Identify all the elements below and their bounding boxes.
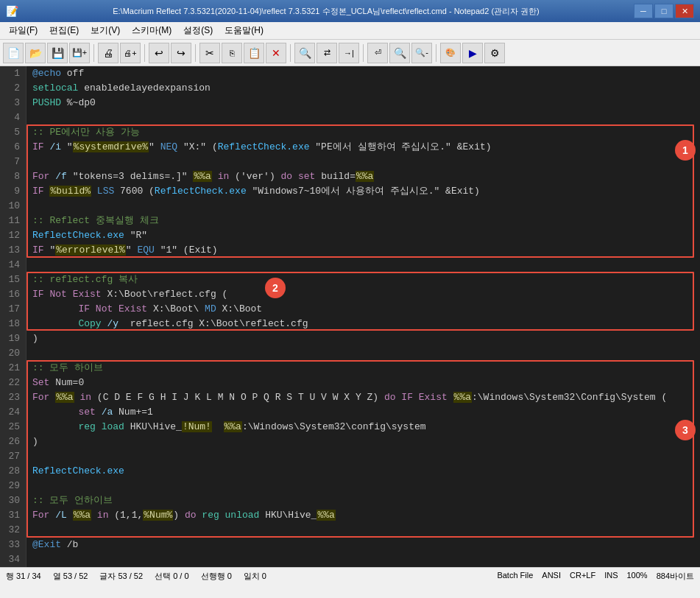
- status-line-ending: CR+LF: [570, 571, 595, 582]
- close-button[interactable]: ✕: [675, 4, 694, 18]
- separator-5: [363, 44, 364, 62]
- code-line: @echo off: [32, 66, 694, 81]
- settings-button2[interactable]: ⚙: [484, 43, 505, 63]
- undo-button[interactable]: ↩: [149, 43, 169, 63]
- status-right: Batch File ANSI CR+LF INS 100% 884바이트: [497, 571, 694, 582]
- menu-edit[interactable]: 편집(E): [43, 22, 85, 39]
- status-zoom: 100%: [627, 571, 648, 582]
- line-number: 1: [6, 66, 20, 81]
- line-number: 9: [6, 184, 20, 199]
- code-line: :: PE에서만 사용 가능: [32, 125, 694, 140]
- status-char: 글자 53 / 52: [99, 571, 143, 582]
- menu-settings[interactable]: 설정(S): [177, 22, 219, 39]
- code-line: reg load HKU\Hive_!Num! %%a:\Windows\Sys…: [32, 420, 694, 435]
- new-button[interactable]: 📄: [3, 43, 24, 63]
- window-title: E:\Macrium Reflect 7.3.5321(2020-11-04)\…: [18, 6, 634, 17]
- editor-wrapper: 1234567891011121314151617181920212223242…: [0, 66, 700, 567]
- line-number: 32: [6, 523, 20, 538]
- code-line: set /a Num+=1: [32, 405, 694, 420]
- open-button[interactable]: 📂: [25, 43, 46, 63]
- code-line: [32, 199, 694, 214]
- line-number: 17: [6, 302, 20, 317]
- line-number: 4: [6, 110, 20, 125]
- minimize-button[interactable]: ─: [634, 4, 653, 18]
- code-line: [32, 346, 694, 361]
- line-number: 21: [6, 361, 20, 376]
- code-editor: 1234567891011121314151617181920212223242…: [0, 66, 700, 567]
- status-left: 행 31 / 34 열 53 / 52 글자 53 / 52 선택 0 / 0 …: [6, 571, 266, 582]
- menu-view[interactable]: 보기(V): [85, 22, 126, 39]
- line-number: 16: [6, 287, 20, 302]
- line-number: 18: [6, 317, 20, 331]
- code-line: ): [32, 435, 694, 449]
- print-button[interactable]: 🖨: [98, 43, 119, 63]
- code-line: Set Num=0: [32, 376, 694, 390]
- code-line: :: reflect.cfg 복사: [32, 272, 694, 287]
- separator-3: [195, 44, 196, 62]
- find-button[interactable]: 🔍: [294, 43, 315, 63]
- status-mode: INS: [604, 571, 618, 582]
- delete-button[interactable]: ✕: [266, 43, 286, 63]
- zoom-out-button[interactable]: 🔍-: [411, 43, 432, 63]
- run-button[interactable]: ▶: [462, 43, 483, 63]
- goto-button[interactable]: →|: [339, 43, 359, 63]
- code-line: IF Not Exist X:\Boot\ MD X:\Boot: [32, 302, 694, 317]
- separator-1: [93, 44, 94, 62]
- app-icon: 📝: [6, 5, 18, 17]
- line-number: 5: [6, 125, 20, 140]
- code-line: ReflectCheck.exe: [32, 464, 694, 479]
- code-line: :: 모두 하이브: [32, 361, 694, 376]
- window-controls: ─ □ ✕: [634, 4, 694, 18]
- line-number: 11: [6, 214, 20, 228]
- code-line: IF %build% LSS 7600 (ReflectCheck.exe "W…: [32, 184, 694, 199]
- line-number: 24: [6, 405, 20, 420]
- menu-help[interactable]: 도움말(H): [219, 22, 269, 39]
- code-line: Copy /y reflect.cfg X:\Boot\reflect.cfg: [32, 317, 694, 331]
- line-number: 26: [6, 435, 20, 449]
- line-number: 27: [6, 449, 20, 464]
- code-line: [32, 449, 694, 464]
- status-sel: 선택 0 / 0: [155, 571, 188, 582]
- save-button[interactable]: 💾: [47, 43, 68, 63]
- separator-4: [290, 44, 291, 62]
- cut-button[interactable]: ✂: [199, 43, 220, 63]
- status-sel-line: 선행행 0: [201, 571, 232, 582]
- save-as-button[interactable]: 💾+: [69, 43, 90, 63]
- line-number: 3: [6, 96, 20, 110]
- line-number: 22: [6, 376, 20, 390]
- line-number: 8: [6, 169, 20, 184]
- print-preview-button[interactable]: 🖨+: [120, 43, 141, 63]
- title-bar: 📝 E:\Macrium Reflect 7.3.5321(2020-11-04…: [0, 0, 700, 22]
- schema-button[interactable]: 🎨: [440, 43, 461, 63]
- wordwrap-button[interactable]: ⏎: [367, 43, 388, 63]
- zoom-in-button[interactable]: 🔍: [389, 43, 410, 63]
- code-line: [32, 523, 694, 538]
- toolbar: 📄 📂 💾 💾+ 🖨 🖨+ ↩ ↪ ✂ ⎘ 📋 ✕ 🔍 ⇄ →| ⏎ 🔍 🔍- …: [0, 40, 700, 66]
- code-line: For %%a in (C D E F G H I J K L M N O P …: [32, 390, 694, 405]
- code-area[interactable]: @echo offsetlocal enabledelayedexpansion…: [26, 66, 700, 567]
- replace-button[interactable]: ⇄: [317, 43, 337, 63]
- menu-file[interactable]: 파일(F): [3, 22, 43, 39]
- line-number: 30: [6, 493, 20, 508]
- status-file-type: Batch File: [497, 571, 533, 582]
- copy-button[interactable]: ⎘: [222, 43, 242, 63]
- code-line: For /f "tokens=3 delims=.]" %%a in ('ver…: [32, 169, 694, 184]
- redo-button[interactable]: ↪: [171, 43, 191, 63]
- status-encoding: ANSI: [542, 571, 561, 582]
- code-line: [32, 258, 694, 272]
- line-number: 20: [6, 346, 20, 361]
- paste-button[interactable]: 📋: [244, 43, 264, 63]
- code-line: setlocal enabledelayedexpansion: [32, 81, 694, 96]
- line-number: 23: [6, 390, 20, 405]
- line-number: 12: [6, 228, 20, 243]
- code-line: IF Not Exist X:\Boot\reflect.cfg (: [32, 287, 694, 302]
- menu-schema[interactable]: 스키마(M): [126, 22, 177, 39]
- separator-6: [436, 44, 436, 62]
- maximize-button[interactable]: □: [654, 4, 674, 18]
- line-number: 28: [6, 464, 20, 479]
- code-line: IF "%errorlevel%" EQU "1" (Exit): [32, 243, 694, 258]
- code-line: [32, 155, 694, 169]
- code-line: For /L %%a in (1,1,%Num%) do reg unload …: [32, 508, 694, 523]
- line-number: 14: [6, 258, 20, 272]
- line-numbers: 1234567891011121314151617181920212223242…: [0, 66, 26, 567]
